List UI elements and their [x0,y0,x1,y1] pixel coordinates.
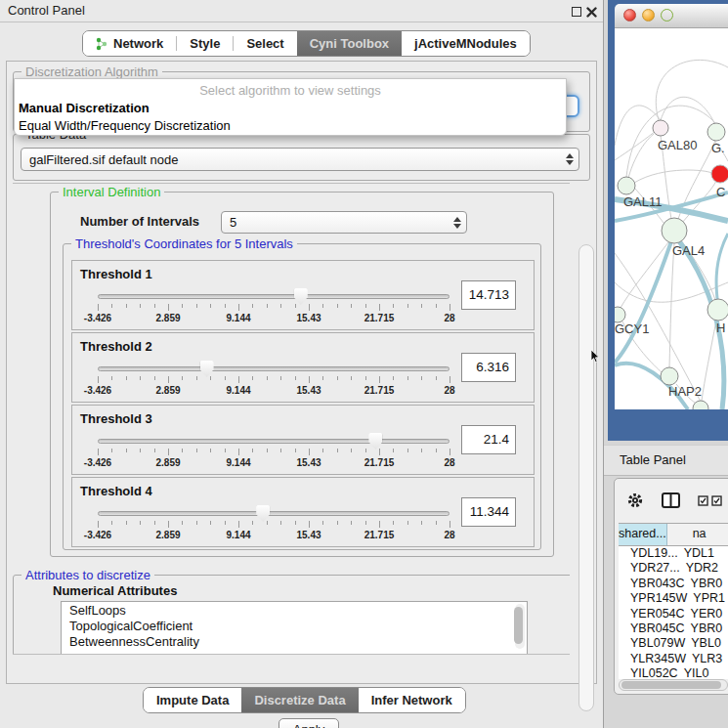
threshold-slider-thumb[interactable] [294,288,308,305]
table-cell-shared-name[interactable]: YBL079W [619,636,685,651]
table-cell-shared-name[interactable]: YER054C [619,607,685,621]
table-cell-name[interactable]: YBR0 [685,577,728,591]
table-horizontal-scrollbar-thumb[interactable] [621,681,721,689]
checkbox-column-icon[interactable] [711,495,722,506]
attribute-list-item[interactable]: TopologicalCoefficient [62,618,527,633]
network-node-h[interactable] [707,299,728,321]
threshold-value-field[interactable]: 14.713 [461,280,516,310]
threshold-slider-thumb[interactable] [200,361,214,377]
slider-tick [436,521,437,525]
slider-tick-label: 2.859 [155,385,180,396]
attribute-list-item[interactable]: BetweennessCentrality [62,633,527,649]
network-node[interactable] [693,401,708,409]
slider-tick [252,449,253,452]
table-row[interactable]: YIL052CYIL0 [619,666,728,679]
table-cell-shared-name[interactable]: YDL19... [619,546,678,561]
gear-icon[interactable] [626,492,644,509]
threshold-panel: Threshold 2 -3.4262.8599.14415.4321.7152… [71,332,535,403]
table-header-shared-name[interactable]: shared... [619,524,667,545]
table-row[interactable]: YER054CYER0 [619,607,728,621]
algorithm-option-equal-width[interactable]: Equal Width/Frequency Discretization [15,117,566,135]
network-canvas[interactable]: GAL80G.CGAL11GAL4GCY1HHAP2 [615,28,728,409]
slider-tick [225,376,226,380]
minimize-traffic-light-icon[interactable] [642,9,655,21]
zoom-traffic-light-icon[interactable] [661,9,673,21]
threshold-value-field[interactable]: 21.4 [461,425,516,454]
table-cell-name[interactable]: YPR1 [687,591,728,606]
threshold-value-field[interactable]: 11.344 [461,497,516,527]
table-row[interactable]: YBR043CYBR0 [619,577,728,591]
slider-tick [322,304,323,308]
slider-tick [196,521,197,525]
slider-tick [365,449,366,452]
apply-button[interactable]: Apply [278,718,339,728]
table-cell-name[interactable]: YDR2 [680,561,728,576]
slider-tick [365,304,366,308]
threshold-slider[interactable] [98,294,450,299]
table-cell-shared-name[interactable]: YIL052C [619,666,678,679]
threshold-value-field[interactable]: 6.316 [461,353,516,382]
checkbox-column-icon[interactable] [698,495,708,506]
network-node-gal80[interactable] [653,120,668,136]
table-row[interactable]: YDR27...YDR2 [619,561,728,576]
table-cell-shared-name[interactable]: YDR27... [619,561,680,576]
table-row[interactable]: YLR345WYLR3 [619,652,728,666]
threshold-slider[interactable] [98,511,450,516]
close-icon[interactable] [586,6,597,17]
table-cell-name[interactable]: YBL0 [685,636,728,651]
table-data-combobox[interactable]: galFiltered.sif default node [21,148,579,171]
network-node-c[interactable] [711,165,728,183]
table-row[interactable]: YDL19...YDL1 [619,546,728,561]
table-cell-name[interactable]: YDL1 [678,546,728,561]
table-header-name[interactable]: na [667,524,728,545]
number-of-intervals-combobox[interactable]: 5 [221,211,467,234]
slider-tick [168,521,169,528]
tab-jactivemnodules[interactable]: jActiveMNodules [402,31,530,56]
threshold-slider-thumb[interactable] [256,505,270,522]
threshold-label: Threshold 1 [80,267,152,281]
slider-tick [126,304,127,308]
network-node-g[interactable] [707,123,725,141]
list-scrollbar[interactable] [515,604,525,649]
slider-tick [238,521,239,528]
algorithm-option-manual[interactable]: Manual Discretization [15,100,566,117]
attribute-list-item[interactable]: SelfLoops [62,602,527,618]
table-cell-name[interactable]: YLR3 [686,652,728,666]
table-cell-name[interactable]: YBR0 [685,621,728,636]
threshold-slider-thumb[interactable] [368,433,382,450]
network-node-gcy1[interactable] [615,307,625,322]
attributes-group-title: Attributes to discretize [21,568,154,582]
network-node-hap2[interactable] [661,367,678,385]
threshold-slider[interactable] [98,439,450,444]
numerical-attributes-list[interactable]: SelfLoopsTopologicalCoefficientBetweenne… [61,601,528,655]
table-cell-name[interactable]: YIL0 [678,666,728,679]
table-row[interactable]: YPR145WYPR1 [619,591,728,606]
close-traffic-light-icon[interactable] [623,9,636,21]
tab-impute-data[interactable]: Impute Data [144,688,241,712]
table-row[interactable]: YBL079WYBL0 [619,636,728,651]
tab-style[interactable]: Style [177,31,233,56]
control-panel-titlebar: Control Panel [0,0,603,22]
settings-scrollbar[interactable] [578,244,594,711]
tab-network[interactable]: Network [83,31,176,56]
mouse-cursor [591,350,601,366]
network-node-gal11[interactable] [618,177,635,194]
node-attribute-table[interactable]: shared... na YDL19...YDL1YDR27...YDR2YBR… [619,523,728,679]
tab-discretize-data[interactable]: Discretize Data [241,688,358,712]
slider-tick [267,376,268,380]
split-columns-icon[interactable] [662,492,681,508]
tab-infer-network[interactable]: Infer Network [359,688,465,712]
network-node-gal4[interactable] [662,218,687,243]
table-cell-shared-name[interactable]: YBR043C [619,577,685,591]
table-cell-shared-name[interactable]: YPR145W [619,591,687,606]
tab-cyni-toolbox[interactable]: Cyni Toolbox [297,31,402,56]
tab-select[interactable]: Select [234,31,296,56]
table-cell-shared-name[interactable]: YBR045C [619,621,685,636]
table-cell-shared-name[interactable]: YLR345W [619,652,686,666]
table-horizontal-scrollbar[interactable] [619,679,728,691]
float-window-icon[interactable] [572,7,581,17]
slider-tick [111,521,112,525]
table-cell-name[interactable]: YER0 [685,607,728,621]
threshold-slider[interactable] [98,366,450,371]
table-row[interactable]: YBR045CYBR0 [619,621,728,636]
